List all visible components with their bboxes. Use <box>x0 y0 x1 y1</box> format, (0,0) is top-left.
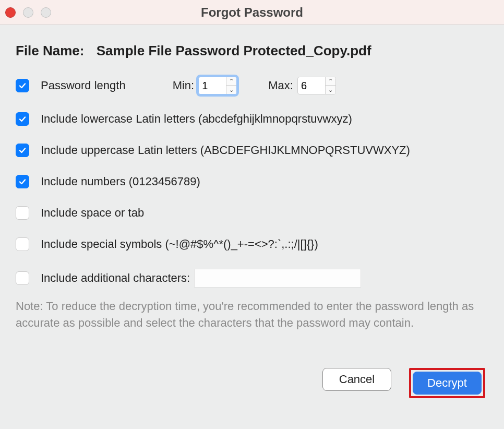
option-label: Password length <box>41 79 126 92</box>
button-row: Cancel Decrypt <box>16 368 488 398</box>
checkbox-password-length[interactable] <box>16 79 29 92</box>
min-input[interactable] <box>199 78 226 94</box>
checkbox-lowercase[interactable] <box>16 112 29 126</box>
close-window-button[interactable] <box>5 7 16 18</box>
option-numbers: Include numbers (0123456789) <box>16 175 488 188</box>
minimize-window-button[interactable] <box>23 7 33 18</box>
checkbox-additional[interactable] <box>16 271 29 285</box>
checkbox-space[interactable] <box>16 206 29 220</box>
check-icon <box>18 81 27 90</box>
file-name-label: File Name: <box>16 43 85 58</box>
option-additional: Include additional characters: <box>16 269 488 288</box>
min-step-up[interactable]: ⌃ <box>226 77 236 86</box>
checkbox-numbers[interactable] <box>16 175 29 188</box>
option-lowercase: Include lowercase Latin letters (abcdefg… <box>16 112 488 126</box>
option-space: Include space or tab <box>16 206 488 220</box>
checkbox-symbols[interactable] <box>16 237 29 251</box>
min-label: Min: <box>173 79 195 92</box>
check-icon <box>18 115 27 123</box>
note-text: Note: To reduce the decryption time, you… <box>16 298 488 331</box>
file-row: File Name: Sample File Password Protecte… <box>16 43 488 59</box>
max-input[interactable] <box>298 78 325 94</box>
option-label: Include lowercase Latin letters (abcdefg… <box>41 112 352 126</box>
option-label: Include special symbols (~!@#$%^*()_+-=<… <box>41 237 318 251</box>
option-symbols: Include special symbols (~!@#$%^*()_+-=<… <box>16 237 488 251</box>
min-stepper: ⌃ ⌄ <box>198 77 237 94</box>
decrypt-highlight: Decrypt <box>409 368 485 398</box>
option-label: Include additional characters: <box>41 271 190 285</box>
window-title: Forgot Password <box>201 5 303 20</box>
max-step-down[interactable]: ⌄ <box>326 86 335 94</box>
zoom-window-button[interactable] <box>41 7 51 18</box>
option-uppercase: Include uppercase Latin letters (ABCDEFG… <box>16 144 488 157</box>
check-icon <box>18 146 27 154</box>
min-step-down[interactable]: ⌄ <box>226 86 236 94</box>
titlebar: Forgot Password <box>0 0 504 25</box>
option-label: Include uppercase Latin letters (ABCDEFG… <box>41 144 410 157</box>
window-controls <box>5 7 51 18</box>
max-stepper: ⌃ ⌄ <box>297 77 336 94</box>
option-label: Include space or tab <box>41 206 144 220</box>
file-name-value: Sample File Password Protected_Copy.pdf <box>97 43 371 58</box>
decrypt-button[interactable]: Decrypt <box>413 372 482 395</box>
option-password-length: Password length Min: ⌃ ⌄ Max: ⌃ ⌄ <box>16 77 488 94</box>
check-icon <box>18 177 27 186</box>
additional-characters-input[interactable] <box>194 269 361 288</box>
max-label: Max: <box>268 79 293 92</box>
cancel-button[interactable]: Cancel <box>322 368 391 391</box>
dialog-content: File Name: Sample File Password Protecte… <box>0 25 504 398</box>
length-controls: Min: ⌃ ⌄ Max: ⌃ ⌄ <box>173 77 336 94</box>
checkbox-uppercase[interactable] <box>16 144 29 157</box>
option-label: Include numbers (0123456789) <box>41 175 200 188</box>
max-step-up[interactable]: ⌃ <box>326 77 335 86</box>
